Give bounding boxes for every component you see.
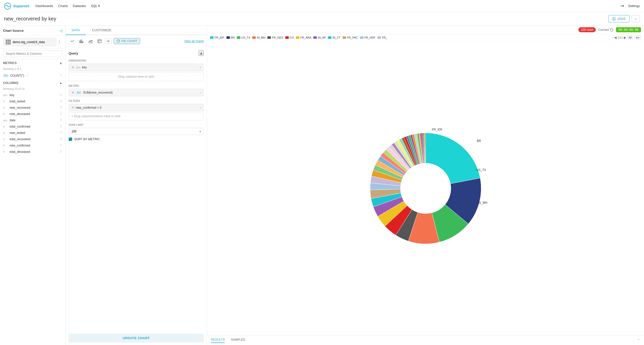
nav-datasets[interactable]: Datasets bbox=[73, 4, 86, 8]
row-limit-wrapper: 100 5 10 25 50 250 500 1000 5000 10000 5… bbox=[69, 128, 204, 135]
legend-item-in-ct[interactable]: IN_CT bbox=[328, 36, 341, 39]
legend-all-button[interactable]: All bbox=[627, 36, 633, 40]
search-input[interactable] bbox=[3, 50, 62, 57]
more-button[interactable]: ··· bbox=[632, 15, 640, 22]
col-drag-handle[interactable]: ⠿ bbox=[60, 125, 62, 128]
grid-icon bbox=[6, 40, 11, 44]
legend-item-fr-ara[interactable]: FR_ARA bbox=[296, 36, 311, 39]
legend-item-fr-hdf[interactable]: FR_HDF bbox=[360, 36, 375, 39]
sort-by-metric-label[interactable]: SORT BY METRIC bbox=[74, 137, 100, 141]
dimension-remove-button[interactable]: ✕ bbox=[71, 65, 74, 69]
dataset-button[interactable]: demo.stg_covid19_data bbox=[3, 38, 56, 46]
table-chart-icon[interactable] bbox=[96, 38, 103, 45]
legend-color-fr-pac bbox=[343, 36, 346, 39]
row-limit-select[interactable]: 100 5 10 25 50 250 500 1000 5000 10000 5… bbox=[69, 128, 204, 135]
col-drag-handle[interactable]: ⠿ bbox=[60, 150, 62, 154]
legend-bar: FR_IDF BR US_TX IN_MH FR_GES CO bbox=[207, 34, 644, 41]
logo[interactable]: Superset bbox=[4, 3, 29, 10]
settings-button[interactable]: Settings bbox=[628, 4, 640, 8]
chart-4k-label[interactable]: 4k bbox=[105, 39, 112, 44]
tab-results[interactable]: RESULTS bbox=[211, 338, 225, 343]
col-drag-handle[interactable]: ⠿ bbox=[60, 118, 62, 122]
legend-item-fr-idf[interactable]: FR_IDF bbox=[210, 36, 224, 39]
legend-label-fr: FR_ bbox=[382, 36, 387, 39]
filter-drop-zone[interactable]: + Drop columns/metrics here or click bbox=[69, 112, 204, 120]
metrics-toggle: ▲ bbox=[59, 61, 62, 65]
col-drag-handle[interactable]: ⠿ bbox=[60, 137, 62, 141]
col-type: # bbox=[3, 131, 8, 134]
metric-remove-button[interactable]: ✕ bbox=[71, 91, 74, 95]
col-drag-handle[interactable]: ⠿ bbox=[60, 143, 62, 147]
legend-label-in-mh: IN_MH bbox=[257, 36, 265, 39]
expand-icon[interactable]: ⌃ bbox=[637, 338, 640, 342]
dimension-drop-zone[interactable]: Drop columns here or click bbox=[69, 72, 204, 81]
metrics-showing: Showing 1 of 1 bbox=[0, 67, 65, 72]
legend-item-in-ap[interactable]: IN_AP bbox=[313, 36, 326, 39]
svg-rect-4 bbox=[82, 41, 83, 43]
col-drag-handle[interactable]: ⠿ bbox=[60, 131, 62, 135]
col-type: # bbox=[3, 138, 8, 141]
metrics-section-header[interactable]: Metrics ▲ bbox=[0, 59, 65, 67]
pie-chart-button[interactable]: PIE CHART bbox=[114, 38, 140, 44]
metric-drag-handle[interactable]: ⠿ bbox=[60, 74, 62, 77]
filter-arrow-icon[interactable]: › bbox=[200, 106, 201, 109]
tab-data[interactable]: DATA bbox=[66, 26, 86, 35]
metric-arrow-icon[interactable]: › bbox=[200, 91, 201, 95]
dimension-type-badge: abc bbox=[76, 66, 81, 69]
legend-label-br: BR bbox=[231, 36, 235, 39]
dataset-name: demo.stg_covid19_data bbox=[13, 40, 45, 44]
col-drag-handle[interactable]: ⠿ bbox=[60, 93, 62, 97]
dimension-arrow-icon[interactable]: › bbox=[200, 65, 201, 69]
col-drag-handle[interactable]: ⠿ bbox=[60, 106, 62, 109]
col-drag-handle[interactable]: ⠿ bbox=[60, 99, 62, 103]
svg-rect-3 bbox=[81, 40, 82, 43]
cached-badge[interactable]: Cached bbox=[598, 28, 613, 32]
query-collapse-button[interactable]: ▲ bbox=[199, 50, 204, 56]
tab-customize[interactable]: CUSTOMIZE bbox=[86, 26, 117, 35]
legend-next-button[interactable]: ▶ bbox=[624, 36, 626, 39]
legend-label-fr-ges: FR_GES bbox=[272, 36, 283, 39]
save-icon bbox=[612, 17, 616, 21]
dataset-more-button[interactable]: ⋮ bbox=[56, 39, 62, 45]
chart-toolbar: 100 rows Cached 00:00:00.08 bbox=[207, 26, 644, 34]
metric-tag-row: ✕ f(x) SUM(new_recovered) › bbox=[69, 89, 204, 96]
legend-prev-button[interactable]: ◀ bbox=[614, 36, 616, 39]
page-actions: SAVE ··· bbox=[608, 15, 640, 22]
columns-section-header[interactable]: Columns ▲ bbox=[0, 79, 65, 87]
legend-item-fr-ges[interactable]: FR_GES bbox=[267, 36, 283, 39]
col-name: total_deceased bbox=[10, 150, 30, 154]
legend-item-co[interactable]: CO bbox=[285, 36, 294, 39]
metric-info-icon[interactable]: ⓘ bbox=[26, 73, 29, 78]
metric-tag-value: SUM(new_recovered) bbox=[83, 91, 113, 94]
rows-badge: 100 rows bbox=[578, 27, 596, 32]
legend-item-fr-pac[interactable]: FR_PAC bbox=[343, 36, 358, 39]
legend-color-fr-ges bbox=[267, 36, 271, 39]
bar-chart-icon[interactable] bbox=[78, 38, 85, 45]
legend-color-fr-idf bbox=[210, 36, 214, 39]
legend-inv-button[interactable]: Inv bbox=[634, 36, 641, 40]
nav-sql[interactable]: SQL ▾ bbox=[91, 4, 100, 8]
update-chart-button[interactable]: UPDATE CHART bbox=[69, 334, 204, 342]
line-chart-icon[interactable] bbox=[69, 38, 76, 45]
legend-item-fr[interactable]: FR_ bbox=[377, 36, 387, 39]
view-all-link[interactable]: View all charts bbox=[184, 39, 204, 43]
area-chart-icon[interactable] bbox=[87, 38, 94, 45]
legend-item-us-tx[interactable]: US_TX bbox=[237, 36, 250, 39]
nav-dashboards[interactable]: Dashboards bbox=[35, 4, 53, 8]
save-button[interactable]: SAVE bbox=[608, 15, 630, 22]
tab-samples[interactable]: SAMPLES bbox=[231, 338, 245, 343]
add-button[interactable]: +▾ bbox=[620, 4, 624, 8]
col-name: new_deceased bbox=[10, 112, 30, 116]
list-item: #new_tested ⠿ bbox=[0, 130, 65, 136]
col-type: # bbox=[3, 125, 8, 128]
nav-charts[interactable]: Charts bbox=[58, 4, 68, 8]
list-item: abckey ⠿ bbox=[0, 92, 65, 98]
col-name: new_tested bbox=[10, 131, 25, 135]
legend-item-in-mh[interactable]: IN_MH bbox=[252, 36, 265, 39]
legend-item-br[interactable]: BR bbox=[226, 36, 235, 39]
sort-by-metric-checkbox[interactable] bbox=[69, 137, 72, 141]
col-drag-handle[interactable]: ⠿ bbox=[60, 112, 62, 116]
chart-source-collapse[interactable]: ◁ bbox=[59, 28, 62, 33]
dimension-tag-value: key bbox=[82, 66, 87, 69]
filter-remove-button[interactable]: ✕ bbox=[71, 106, 74, 109]
